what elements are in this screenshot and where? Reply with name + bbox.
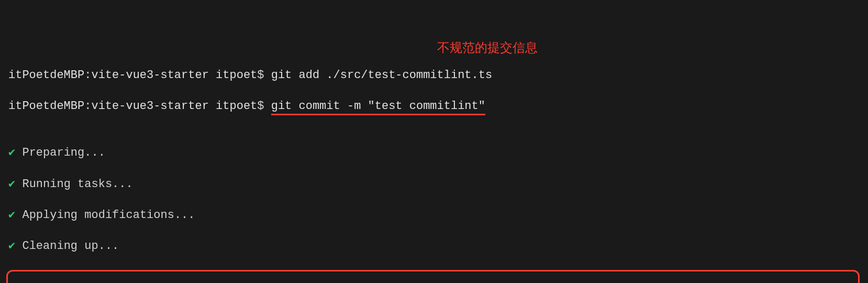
task-label: Cleaning up... xyxy=(22,240,119,253)
task-label: Running tasks... xyxy=(22,178,132,191)
prompt-host: itPoetdeMBP xyxy=(8,69,84,82)
prompt-user: itpoet xyxy=(216,69,257,82)
check-icon: ✔ xyxy=(8,209,15,222)
git-commit-command: git commit -m "test commitlint" xyxy=(271,100,485,115)
prompt-path: vite-vue3-starter xyxy=(91,100,208,113)
task-line-preparing: ✔ Preparing... xyxy=(8,145,860,161)
commitlint-error-box: ⧖ input: test commitlint ✖ subject may n… xyxy=(6,270,860,283)
terminal-line-2: itPoetdeMBP:vite-vue3-starter itpoet$ gi… xyxy=(8,99,860,114)
annotation-text: 不规范的提交信息 xyxy=(437,39,538,56)
git-add-command: git add ./src/test-commitlint.ts xyxy=(271,69,492,82)
check-icon: ✔ xyxy=(8,178,15,191)
task-line-cleaning: ✔ Cleaning up... xyxy=(8,238,860,254)
prompt-path: vite-vue3-starter xyxy=(91,69,208,82)
terminal-line-1: itPoetdeMBP:vite-vue3-starter itpoet$ gi… xyxy=(8,68,860,83)
task-line-running: ✔ Running tasks... xyxy=(8,177,860,192)
prompt-user: itpoet xyxy=(216,100,257,113)
task-label: Applying modifications... xyxy=(22,209,195,222)
prompt-host: itPoetdeMBP xyxy=(8,100,84,113)
task-label: Preparing... xyxy=(22,146,105,159)
check-icon: ✔ xyxy=(8,146,15,159)
check-icon: ✔ xyxy=(8,240,15,253)
task-line-applying: ✔ Applying modifications... xyxy=(8,208,860,223)
